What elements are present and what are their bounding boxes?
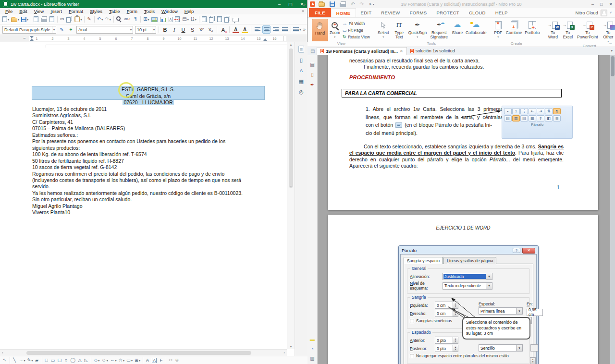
insert-table-icon[interactable]: ⊞▾ [142,15,150,24]
tab-cloud[interactable]: CLOUD [464,8,491,17]
letter-line[interactable]: Por la presente nos ponemos en contacto … [32,138,273,145]
triangle-icon[interactable]: △ [77,357,83,364]
circle-icon[interactable]: ○ [63,357,70,364]
portfolio-button[interactable]: Portfolio [524,19,541,41]
tab-home[interactable]: HOME [331,8,356,17]
letter-line[interactable]: servido. [32,183,273,190]
font-name-select[interactable]: Arial ▾ [76,26,133,34]
letter-line[interactable]: Rogamos nos confirmen el precio total de… [32,171,273,177]
toolbar-overflow-icon[interactable]: » [303,27,306,32]
draw-text-box-icon[interactable]: A [151,357,158,364]
justify-button[interactable] [281,25,289,34]
align-left-button[interactable] [253,25,261,34]
zoom-button[interactable]: Zoom ▾ [329,19,341,41]
to-powerpoint-button[interactable]: To PowerPoint [576,19,600,44]
cross-reference-icon[interactable] [223,15,232,24]
align-right-button[interactable] [271,25,280,34]
letterhead-line[interactable]: 07620 - LLUCMAJOR [32,99,264,106]
output-panel-icon[interactable]: ▥ [310,356,314,362]
formatting-marks-icon[interactable]: ¶ [133,15,139,24]
vertical-text-icon[interactable]: F [158,357,164,364]
to-word-button[interactable]: To Word [546,19,560,44]
document-canvas[interactable]: ESTIL GARDEN, S.L.S. Camí de Gràcia, s/n… [0,42,287,349]
avatar[interactable] [601,10,607,16]
insert-footnote-icon[interactable] [201,15,208,24]
qat-open-icon[interactable] [318,0,326,9]
scrollbar-thumb[interactable] [611,56,615,76]
menu-item[interactable]: Styles [86,9,106,14]
insert-text-box-icon[interactable]: A [168,15,174,24]
tab-protect[interactable]: PROTECT [431,8,464,17]
tab-list-icon[interactable]: ▾ [611,49,613,53]
letter-body[interactable]: Llucmajor, 13 de octubre de 2011Suminist… [32,106,273,216]
basic-shapes-icon[interactable]: ◇▾ [93,357,100,364]
tab-forms[interactable]: FORMS [405,8,432,17]
update-style-button[interactable]: ✎ [58,25,66,34]
comments-panel-icon[interactable]: ▬ [310,337,315,342]
scroll-up-icon[interactable]: ▲ [287,43,295,46]
menu-item[interactable]: Help [181,9,197,14]
font-color-button[interactable]: A [232,25,240,34]
sidebar-toggle-icon[interactable]: ▤ [308,47,317,55]
tab-edit[interactable]: EDIT [356,8,377,17]
left-indent-marker[interactable] [30,38,34,41]
scroll-left-icon[interactable]: ‹ [2,351,3,355]
symbol-shapes-icon[interactable]: ☺▾ [100,357,109,364]
horizontal-scrollbar[interactable]: ‹ › [0,349,287,356]
bookmarks-panel-icon[interactable]: ▯ [311,72,314,78]
insert-endnote-icon[interactable] [208,15,216,24]
selected-text-frame[interactable]: ESTIL GARDEN, S.L.S. Camí de Gràcia, s/n [32,86,264,99]
square-icon[interactable]: ▢ [57,357,63,364]
letter-line[interactable]: Viveros Planta10 [32,209,273,216]
block-arrows-icon[interactable]: ⇔▾ [109,357,118,364]
letter-line[interactable]: 10 sacos de tierra vegetal ref. G-8142 [32,164,273,170]
qat-print-icon[interactable] [339,0,347,9]
attachments-panel-icon[interactable]: ◔ [311,346,314,352]
letterhead-line[interactable]: ESTIL GARDEN, S.L.S. [32,86,264,93]
ribbon-collapse-icon[interactable]: ︿ [609,40,613,46]
print-preview-icon[interactable] [49,15,56,24]
menu-item[interactable]: Tools [141,9,158,14]
menu-item[interactable]: Form [123,9,141,14]
tab-file[interactable]: FILE [309,8,331,17]
fit-page-button[interactable]: Fit Page [342,27,371,33]
cut-icon[interactable]: ✂ [59,15,65,24]
sidebar-gallery-icon[interactable]: ▦ [299,78,304,85]
document-tab[interactable]: solución 1w solicitud [407,47,458,55]
rectangle-icon[interactable]: □ [44,357,50,364]
copy-icon[interactable] [65,15,74,24]
tab-review[interactable]: REVIEW [376,8,405,17]
print-icon[interactable] [40,15,49,24]
rotate-view-button[interactable]: Rotate View [342,34,371,40]
line-ends-arrow-icon[interactable]: →▾ [18,357,26,364]
clone-formatting-icon[interactable]: ✎ [86,15,92,24]
fit-width-button[interactable]: Fit Width [342,20,371,26]
hand-tool-button[interactable]: Hand [312,19,328,41]
letter-line[interactable]: 100 Kg. de su abono de lenta liberación … [32,151,273,158]
letter-line[interactable]: siguientes productos: [32,145,273,151]
scrollbar-thumb[interactable] [289,49,293,188]
spelling-icon[interactable]: ab [123,15,133,24]
right-indent-marker[interactable] [263,38,267,41]
letter-line[interactable]: Sin otro particular, reciban un cordial … [32,196,273,203]
to-other-button[interactable]: To Other ▾ [601,19,615,44]
save-icon[interactable]: ▾ [20,15,29,24]
letter-line[interactable]: Llucmajor, 13 de octubre de 2011 [32,106,273,112]
letter-line[interactable]: Ya les hemos realizado anteriormente alg… [32,190,273,196]
insert-bookmark-icon[interactable] [216,15,223,24]
scrollbar-thumb[interactable] [26,351,251,355]
clear-formatting-button[interactable]: A [219,25,227,34]
tab-stop-selector[interactable]: ⌐ [24,36,26,40]
sidebar-navigator-icon[interactable]: ◎ [299,89,304,95]
menu-item[interactable]: View [31,9,47,14]
points-icon[interactable]: ✂ [168,357,174,364]
bold-button[interactable]: B [161,25,169,34]
maximize-button[interactable]: ▢ [288,2,293,7]
toolbar-overflow-icon[interactable]: » [303,2,306,7]
request-signature-button[interactable]: Request Signature [429,19,450,41]
sidebar-properties-icon[interactable]: ≡ [298,46,304,53]
menu-item[interactable]: File [2,9,16,14]
freeform-line-icon[interactable]: ✎▾ [26,357,34,364]
account-area[interactable]: Nitro Cloud ˅ [575,8,615,17]
italic-button[interactable]: I [170,25,178,34]
